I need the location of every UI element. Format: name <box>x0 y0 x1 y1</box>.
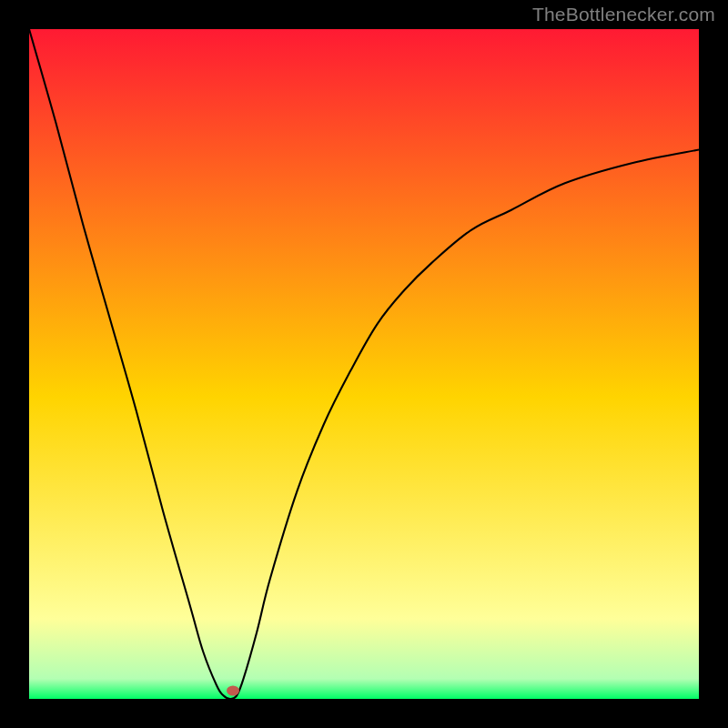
bottleneck-curve <box>29 29 699 699</box>
optimal-point-marker <box>227 686 239 696</box>
plot-area <box>29 29 699 699</box>
watermark-text: TheBottlenecker.com <box>532 4 715 25</box>
